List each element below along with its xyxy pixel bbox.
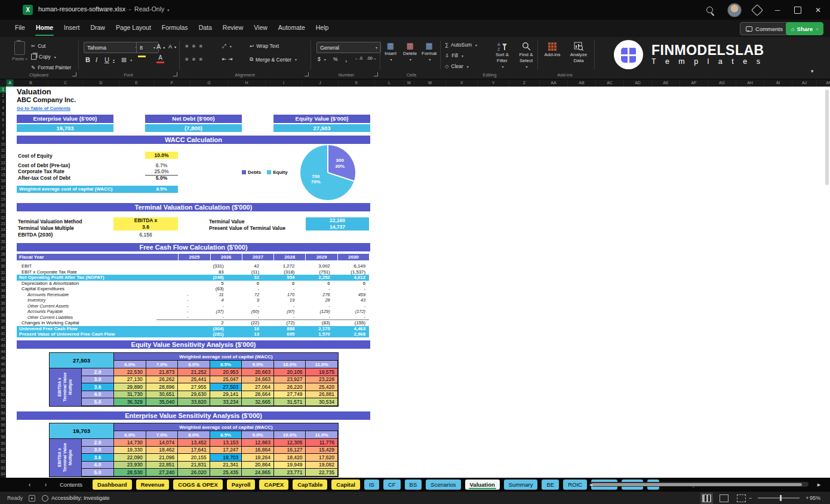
- row-header-9[interactable]: 9: [0, 136, 6, 142]
- comma-style-button[interactable]: ,: [345, 55, 347, 63]
- chevron-down-icon[interactable]: ▾: [167, 8, 169, 12]
- row-header-8[interactable]: 8: [0, 130, 6, 136]
- hscroll-left-arrow[interactable]: ◂: [583, 481, 599, 488]
- sheet-tab-payroll[interactable]: Payroll: [227, 480, 256, 490]
- fcf-cell[interactable]: (60): [228, 309, 263, 314]
- fcf-table[interactable]: Fiscal Year202520262027202820292030EBIT(…: [17, 254, 369, 337]
- sensitivity-cell[interactable]: 24,663: [242, 376, 274, 384]
- fcf-cell[interactable]: 1,272: [263, 263, 298, 269]
- fcf-cell[interactable]: 19: [263, 297, 298, 303]
- row-header-37[interactable]: 37: [0, 306, 6, 312]
- sensitivity-cell[interactable]: 27,749: [274, 391, 306, 399]
- sensitivity-cell[interactable]: 19,703: [210, 454, 242, 462]
- zoom-in-button[interactable]: +: [806, 495, 809, 501]
- fcf-cell[interactable]: -: [156, 297, 192, 303]
- underline-button[interactable]: U▾: [104, 56, 115, 63]
- sensitivity-cell[interactable]: 30,534: [306, 398, 338, 406]
- sensitivity-cell[interactable]: 26,220: [274, 383, 306, 391]
- fcf-cell[interactable]: -: [298, 303, 333, 309]
- sheet-tab-summary[interactable]: Summary: [504, 480, 538, 490]
- sensitivity-cell[interactable]: 21,341: [210, 462, 242, 469]
- sensitivity-cell[interactable]: 27,955: [178, 383, 210, 391]
- row-header-60[interactable]: 60: [0, 447, 6, 453]
- sensitivity-cell[interactable]: 14,074: [146, 439, 179, 447]
- menu-tab-file[interactable]: File: [10, 20, 30, 37]
- analyze-data-button[interactable]: Analyze Data: [566, 42, 591, 63]
- zoom-level[interactable]: 95%: [810, 491, 820, 504]
- row-header-20[interactable]: 20: [0, 202, 6, 208]
- column-header-AC[interactable]: AC: [596, 79, 624, 87]
- row-header-16[interactable]: 16: [0, 178, 6, 184]
- fcf-cell[interactable]: 170: [263, 292, 298, 297]
- sensitivity-cell[interactable]: 28,896: [146, 383, 179, 391]
- sensitivity-cell[interactable]: 27,064: [242, 383, 274, 391]
- avatar[interactable]: [725, 0, 744, 20]
- fcf-cell[interactable]: 6: [334, 281, 369, 286]
- sensitivity-cell[interactable]: 27,240: [146, 469, 179, 477]
- sensitivity-cell[interactable]: 30,651: [146, 391, 179, 399]
- sensitivity-cell[interactable]: 33,820: [178, 398, 210, 406]
- kpi-equity-value[interactable]: 27,503: [273, 124, 370, 132]
- column-header-B[interactable]: B: [14, 79, 48, 87]
- sensitivity-cell[interactable]: 18,462: [146, 447, 179, 454]
- menu-tab-data[interactable]: Data: [193, 20, 217, 37]
- zoom-control[interactable]: − +: [749, 491, 809, 504]
- table-of-contents-link[interactable]: Go to Table of Contents: [17, 106, 70, 111]
- column-header-I[interactable]: I: [266, 79, 302, 87]
- column-header-X[interactable]: X: [446, 79, 478, 87]
- column-header-Z[interactable]: Z: [509, 79, 540, 87]
- fcf-cell[interactable]: 5: [192, 281, 227, 286]
- fcf-cell[interactable]: 3,002: [298, 263, 333, 269]
- sensitivity-cell[interactable]: 11,776: [306, 439, 338, 447]
- row-header-5[interactable]: 5: [0, 111, 6, 117]
- fcf-cell[interactable]: -: [228, 303, 263, 309]
- menu-tab-page-layout[interactable]: Page Layout: [110, 20, 156, 37]
- row-header-62[interactable]: 62: [0, 459, 6, 465]
- clear-button[interactable]: ◇Clear▾: [445, 63, 469, 69]
- sheet-tab-bs[interactable]: BS: [405, 480, 422, 490]
- row-header-15[interactable]: 15: [0, 172, 6, 178]
- row-header-38[interactable]: 38: [0, 312, 6, 318]
- fill-button[interactable]: ⇩Fill▾: [445, 53, 463, 59]
- alignment-dialog-launcher[interactable]: [305, 72, 309, 76]
- row-header-40[interactable]: 40: [0, 325, 6, 331]
- row-header-7[interactable]: 7: [0, 123, 6, 129]
- row-header-4[interactable]: 4: [0, 105, 6, 111]
- column-header-F[interactable]: F: [154, 79, 190, 87]
- horizontal-align-buttons[interactable]: ≡ ≡ ≡: [185, 56, 204, 62]
- row-header-27[interactable]: 27: [0, 245, 6, 251]
- fcf-row[interactable]: Net Operating Profit After Tax (NOPAT)(2…: [17, 275, 369, 281]
- fcf-cell[interactable]: (63): [192, 286, 227, 291]
- font-size-select[interactable]: 8▾: [136, 42, 159, 53]
- sensitivity-cell[interactable]: 25,435: [210, 469, 242, 477]
- page-break-view-icon[interactable]: [737, 494, 746, 502]
- minimize-button[interactable]: ─: [768, 0, 787, 20]
- fcf-cell[interactable]: 4,463: [334, 326, 369, 331]
- fcf-row[interactable]: Present Value of Unlevered Free Cash Flo…: [17, 331, 369, 337]
- sensitivity-cell[interactable]: 20,155: [178, 454, 210, 462]
- font-color-button[interactable]: A: [156, 55, 164, 63]
- row-header-46[interactable]: 46: [0, 361, 6, 367]
- vertical-align-buttons[interactable]: ≡ ≡ ≡: [185, 43, 204, 49]
- row-header-14[interactable]: 14: [0, 166, 6, 172]
- column-header-AJ[interactable]: AJ: [792, 79, 817, 87]
- tab-scroll-left[interactable]: ‹: [21, 481, 38, 488]
- sheet-tab-be[interactable]: BE: [542, 480, 559, 490]
- sensitivity-cell[interactable]: 28,530: [114, 469, 146, 477]
- sensitivity-cell[interactable]: 16,127: [274, 447, 306, 454]
- sens-multiple-3.0[interactable]: 3.0: [82, 447, 114, 454]
- font-name-select[interactable]: Tahoma▾: [84, 42, 141, 53]
- column-header-J[interactable]: J: [302, 79, 339, 87]
- sens-col-10.0%[interactable]: 10.0%: [274, 361, 306, 368]
- row-header-48[interactable]: 48: [0, 373, 6, 379]
- sensitivity-cell[interactable]: 31,571: [274, 398, 306, 406]
- terminal-method-input[interactable]: EBITDA x: [113, 217, 178, 224]
- fcf-cell[interactable]: 2: [192, 320, 227, 325]
- fcf-cell[interactable]: 72: [228, 292, 263, 297]
- view-switcher[interactable]: [702, 491, 754, 504]
- sensitivity-cell[interactable]: 19,330: [114, 447, 146, 454]
- sens-multiple-2.0[interactable]: 2.0: [82, 439, 114, 447]
- fcf-year-2027[interactable]: 2027: [242, 254, 273, 260]
- row-header-45[interactable]: 45: [0, 355, 6, 361]
- decrease-decimal-button[interactable]: .00→: [367, 56, 377, 60]
